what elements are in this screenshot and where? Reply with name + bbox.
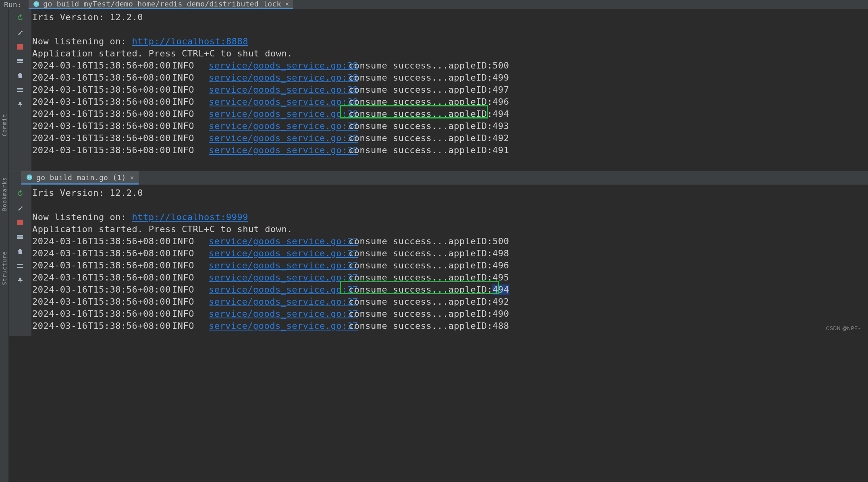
close-icon[interactable]: × bbox=[130, 174, 134, 181]
rerun-icon[interactable] bbox=[15, 189, 25, 198]
gopher-icon bbox=[33, 0, 40, 8]
source-link[interactable]: service/goods_service.go:37 bbox=[209, 309, 358, 319]
run-top-bar: Run: go build myTest/demo_home/redis_dem… bbox=[0, 0, 868, 9]
console-output-1[interactable]: Iris Version: 12.2.0 Now listening on: h… bbox=[31, 9, 868, 171]
log-row: 2024-03-16T15:38:56+08:00INFOservice/goo… bbox=[31, 144, 868, 156]
svg-point-15 bbox=[30, 177, 31, 177]
log-row: 2024-03-16T15:38:56+08:00INFOservice/goo… bbox=[31, 284, 868, 296]
listen-url-link[interactable]: http://localhost:8888 bbox=[132, 36, 248, 46]
log-row: 2024-03-16T15:38:56+08:00INFOservice/goo… bbox=[31, 108, 868, 120]
console-pane-1: Iris Version: 12.2.0 Now listening on: h… bbox=[9, 9, 868, 171]
console-gutter-2 bbox=[9, 185, 31, 336]
source-link[interactable]: service/goods_service.go:38 bbox=[209, 145, 358, 155]
source-link[interactable]: service/goods_service.go:38 bbox=[209, 73, 358, 83]
source-link[interactable]: service/goods_service.go:37 bbox=[209, 248, 358, 258]
commit-toolwindow-button[interactable]: Commit bbox=[1, 114, 8, 137]
source-link[interactable]: service/goods_service.go:37 bbox=[209, 285, 358, 295]
svg-point-11 bbox=[27, 175, 32, 180]
pin-icon[interactable] bbox=[15, 276, 25, 285]
run-label: Run: bbox=[4, 0, 21, 9]
log-row: 2024-03-16T15:38:56+08:00INFOservice/goo… bbox=[31, 96, 868, 108]
log-row: 2024-03-16T15:38:56+08:00INFOservice/goo… bbox=[31, 132, 868, 144]
stop-icon[interactable] bbox=[15, 218, 25, 227]
log-row: 2024-03-16T15:38:56+08:00INFOservice/goo… bbox=[31, 320, 868, 332]
app-started-line: Application started. Press CTRL+C to shu… bbox=[31, 48, 868, 60]
trash-icon[interactable] bbox=[15, 71, 25, 81]
source-link[interactable]: service/goods_service.go:37 bbox=[209, 297, 358, 307]
rerun-icon[interactable] bbox=[15, 13, 25, 23]
source-link[interactable]: service/goods_service.go:37 bbox=[209, 260, 358, 270]
log-row: 2024-03-16T15:38:56+08:00INFOservice/goo… bbox=[31, 84, 868, 96]
gopher-icon bbox=[26, 174, 33, 181]
source-link[interactable]: service/goods_service.go:37 bbox=[209, 272, 358, 283]
log-row: 2024-03-16T15:38:56+08:00INFOservice/goo… bbox=[31, 72, 868, 84]
run-config-tab-1[interactable]: go build myTest/demo_home/redis_demo/dis… bbox=[29, 0, 293, 9]
svg-rect-7 bbox=[17, 59, 23, 61]
log-row: 2024-03-16T15:38:56+08:00INFOservice/goo… bbox=[31, 308, 868, 320]
iris-version-line: Iris Version: 12.2.0 bbox=[31, 187, 868, 199]
svg-point-14 bbox=[28, 177, 29, 177]
svg-point-3 bbox=[35, 3, 35, 4]
app-started-line: Application started. Press CTRL+C to shu… bbox=[31, 223, 868, 235]
wrench-icon[interactable] bbox=[15, 27, 25, 37]
svg-point-0 bbox=[33, 1, 39, 7]
source-link[interactable]: service/goods_service.go:37 bbox=[209, 321, 358, 331]
layout-icon[interactable] bbox=[15, 232, 25, 242]
iris-version-line: Iris Version: 12.2.0 bbox=[31, 11, 868, 23]
source-link[interactable]: service/goods_service.go:38 bbox=[209, 109, 358, 119]
close-icon[interactable]: × bbox=[285, 0, 289, 8]
selection: 494 bbox=[492, 285, 509, 295]
svg-rect-9 bbox=[17, 88, 23, 89]
run-config-tab2-label: go build main.go (1) bbox=[36, 173, 126, 182]
source-link[interactable]: service/goods_service.go:38 bbox=[209, 121, 358, 131]
source-link[interactable]: service/goods_service.go:37 bbox=[209, 236, 358, 246]
run-tab-bar-2: go build main.go (1) × bbox=[9, 171, 868, 185]
svg-point-4 bbox=[37, 3, 37, 4]
watermark-text: CSDN @NPE~ bbox=[826, 322, 861, 334]
console-gutter-1 bbox=[9, 9, 31, 171]
bookmarks-toolwindow-button[interactable]: Bookmarks bbox=[1, 177, 8, 211]
log-row: 2024-03-16T15:38:56+08:00INFOservice/goo… bbox=[31, 60, 868, 72]
pin-icon[interactable] bbox=[15, 100, 25, 110]
listening-line: Now listening on: http://localhost:9999 bbox=[31, 211, 868, 223]
wrench-icon[interactable] bbox=[15, 203, 25, 213]
layout-icon[interactable] bbox=[15, 56, 25, 66]
svg-rect-8 bbox=[17, 62, 23, 63]
blank-line bbox=[31, 23, 868, 35]
source-link[interactable]: service/goods_service.go:38 bbox=[209, 97, 358, 107]
svg-rect-10 bbox=[17, 91, 23, 92]
listen-url-link[interactable]: http://localhost:9999 bbox=[132, 212, 248, 222]
svg-rect-18 bbox=[17, 264, 23, 265]
svg-rect-17 bbox=[17, 237, 23, 239]
soft-wrap-icon[interactable] bbox=[15, 85, 25, 95]
blank-line bbox=[31, 199, 868, 211]
log-row: 2024-03-16T15:38:56+08:00INFOservice/goo… bbox=[31, 296, 868, 308]
source-link[interactable]: service/goods_service.go:38 bbox=[209, 133, 358, 143]
source-link[interactable]: service/goods_service.go:38 bbox=[209, 60, 358, 71]
run-config-tab-2[interactable]: go build main.go (1) × bbox=[21, 171, 139, 185]
source-link[interactable]: service/goods_service.go:38 bbox=[209, 85, 358, 95]
log-row: 2024-03-16T15:38:56+08:00INFOservice/goo… bbox=[31, 120, 868, 132]
run-config-tab-label: go build myTest/demo_home/redis_demo/dis… bbox=[43, 0, 281, 8]
listening-line: Now listening on: http://localhost:8888 bbox=[31, 35, 868, 48]
svg-rect-16 bbox=[17, 235, 23, 237]
stop-icon[interactable] bbox=[15, 42, 25, 52]
soft-wrap-icon[interactable] bbox=[15, 261, 25, 271]
log-row: 2024-03-16T15:38:56+08:00INFOservice/goo… bbox=[31, 272, 868, 284]
trash-icon[interactable] bbox=[15, 247, 25, 256]
structure-toolwindow-button[interactable]: Structure bbox=[1, 251, 8, 285]
left-tool-stripe[interactable]: Commit Bookmarks Structure bbox=[0, 9, 9, 482]
log-row: 2024-03-16T15:38:56+08:00INFOservice/goo… bbox=[31, 235, 868, 247]
log-row: 2024-03-16T15:38:56+08:00INFOservice/goo… bbox=[31, 260, 868, 272]
console-output-2[interactable]: Iris Version: 12.2.0 Now listening on: h… bbox=[31, 185, 868, 336]
log-row: 2024-03-16T15:38:56+08:00INFOservice/goo… bbox=[31, 247, 868, 260]
console-pane-2: Iris Version: 12.2.0 Now listening on: h… bbox=[9, 185, 868, 336]
svg-rect-19 bbox=[17, 267, 23, 268]
